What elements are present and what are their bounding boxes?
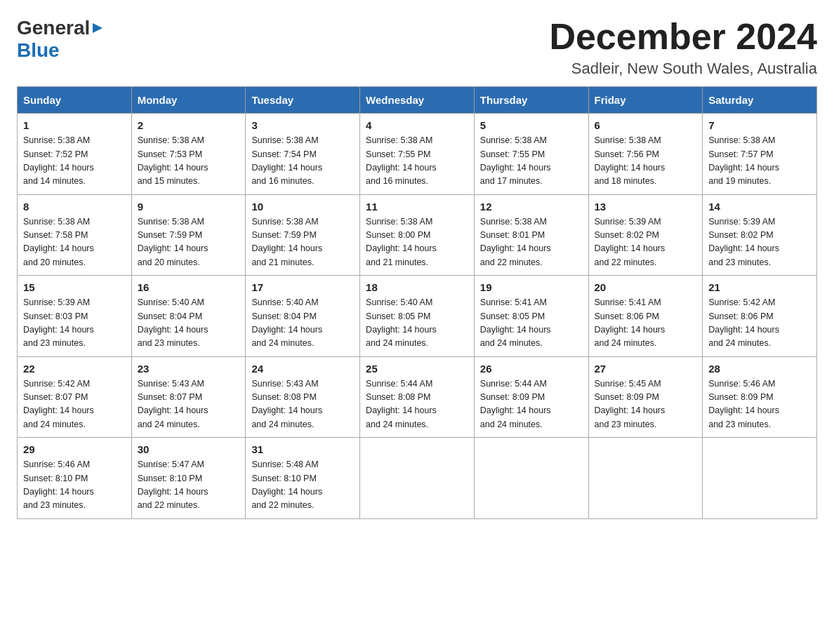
day-info: Sunrise: 5:44 AMSunset: 8:09 PMDaylight:… bbox=[480, 377, 583, 432]
day-number: 29 bbox=[23, 443, 126, 455]
day-number: 14 bbox=[708, 201, 811, 213]
day-number: 31 bbox=[251, 443, 354, 455]
day-number: 16 bbox=[138, 281, 240, 293]
day-number: 18 bbox=[366, 281, 468, 293]
day-number: 13 bbox=[595, 201, 697, 213]
calendar-cell: 20Sunrise: 5:41 AMSunset: 8:06 PMDayligh… bbox=[588, 276, 703, 357]
day-info: Sunrise: 5:45 AMSunset: 8:09 PMDaylight:… bbox=[595, 377, 697, 432]
day-info: Sunrise: 5:38 AMSunset: 7:56 PMDaylight:… bbox=[595, 134, 697, 189]
day-info: Sunrise: 5:38 AMSunset: 7:54 PMDaylight:… bbox=[251, 134, 354, 189]
calendar-cell: 15Sunrise: 5:39 AMSunset: 8:03 PMDayligh… bbox=[18, 276, 132, 357]
page-header: General Blue December 2024 Sadleir, New … bbox=[17, 17, 817, 78]
day-number: 19 bbox=[480, 281, 583, 293]
weekday-header-sunday: Sunday bbox=[18, 87, 132, 114]
calendar-cell: 23Sunrise: 5:43 AMSunset: 8:07 PMDayligh… bbox=[131, 356, 246, 438]
calendar-cell: 18Sunrise: 5:40 AMSunset: 8:05 PMDayligh… bbox=[360, 276, 475, 357]
day-info: Sunrise: 5:41 AMSunset: 8:06 PMDaylight:… bbox=[595, 296, 697, 351]
calendar-cell: 19Sunrise: 5:41 AMSunset: 8:05 PMDayligh… bbox=[474, 276, 588, 357]
calendar-cell bbox=[588, 438, 703, 519]
location-subtitle: Sadleir, New South Wales, Australia bbox=[549, 60, 817, 78]
day-number: 6 bbox=[595, 119, 697, 131]
svg-marker-0 bbox=[93, 23, 102, 33]
calendar-week-row: 29Sunrise: 5:46 AMSunset: 8:10 PMDayligh… bbox=[18, 438, 817, 519]
weekday-header-row: SundayMondayTuesdayWednesdayThursdayFrid… bbox=[18, 87, 817, 114]
day-info: Sunrise: 5:38 AMSunset: 7:57 PMDaylight:… bbox=[708, 134, 811, 189]
day-number: 25 bbox=[366, 363, 468, 375]
day-info: Sunrise: 5:38 AMSunset: 7:59 PMDaylight:… bbox=[251, 215, 354, 270]
day-info: Sunrise: 5:41 AMSunset: 8:05 PMDaylight:… bbox=[480, 296, 583, 351]
day-number: 2 bbox=[138, 119, 240, 131]
weekday-header-wednesday: Wednesday bbox=[360, 87, 475, 114]
logo-triangle-icon bbox=[91, 22, 104, 34]
day-info: Sunrise: 5:38 AMSunset: 7:59 PMDaylight:… bbox=[138, 215, 240, 270]
day-info: Sunrise: 5:38 AMSunset: 8:01 PMDaylight:… bbox=[480, 215, 583, 270]
day-number: 7 bbox=[708, 119, 811, 131]
calendar-cell: 8Sunrise: 5:38 AMSunset: 7:58 PMDaylight… bbox=[18, 194, 132, 276]
day-info: Sunrise: 5:38 AMSunset: 7:58 PMDaylight:… bbox=[23, 215, 126, 270]
day-info: Sunrise: 5:40 AMSunset: 8:04 PMDaylight:… bbox=[251, 296, 354, 351]
day-info: Sunrise: 5:39 AMSunset: 8:02 PMDaylight:… bbox=[708, 215, 811, 270]
day-info: Sunrise: 5:42 AMSunset: 8:07 PMDaylight:… bbox=[23, 377, 126, 432]
calendar-cell: 7Sunrise: 5:38 AMSunset: 7:57 PMDaylight… bbox=[703, 114, 817, 195]
calendar-cell: 30Sunrise: 5:47 AMSunset: 8:10 PMDayligh… bbox=[131, 438, 246, 519]
day-number: 23 bbox=[138, 363, 240, 375]
calendar-cell: 13Sunrise: 5:39 AMSunset: 8:02 PMDayligh… bbox=[588, 194, 703, 276]
day-number: 24 bbox=[251, 363, 354, 375]
day-number: 27 bbox=[595, 363, 697, 375]
day-number: 12 bbox=[480, 201, 583, 213]
calendar-cell: 14Sunrise: 5:39 AMSunset: 8:02 PMDayligh… bbox=[703, 194, 817, 276]
day-info: Sunrise: 5:42 AMSunset: 8:06 PMDaylight:… bbox=[708, 296, 811, 351]
calendar-cell: 22Sunrise: 5:42 AMSunset: 8:07 PMDayligh… bbox=[18, 356, 132, 438]
day-info: Sunrise: 5:38 AMSunset: 7:55 PMDaylight:… bbox=[366, 134, 468, 189]
calendar-week-row: 22Sunrise: 5:42 AMSunset: 8:07 PMDayligh… bbox=[18, 356, 817, 438]
day-info: Sunrise: 5:38 AMSunset: 7:53 PMDaylight:… bbox=[138, 134, 240, 189]
logo-blue-text: Blue bbox=[17, 39, 60, 61]
calendar-cell: 31Sunrise: 5:48 AMSunset: 8:10 PMDayligh… bbox=[246, 438, 360, 519]
day-number: 11 bbox=[366, 201, 468, 213]
day-number: 20 bbox=[595, 281, 697, 293]
day-info: Sunrise: 5:46 AMSunset: 8:09 PMDaylight:… bbox=[708, 377, 811, 432]
day-number: 5 bbox=[480, 119, 583, 131]
calendar-cell: 3Sunrise: 5:38 AMSunset: 7:54 PMDaylight… bbox=[246, 114, 360, 195]
day-number: 28 bbox=[708, 363, 811, 375]
calendar-cell: 11Sunrise: 5:38 AMSunset: 8:00 PMDayligh… bbox=[360, 194, 475, 276]
calendar-cell: 17Sunrise: 5:40 AMSunset: 8:04 PMDayligh… bbox=[246, 276, 360, 357]
weekday-header-saturday: Saturday bbox=[703, 87, 817, 114]
day-number: 4 bbox=[366, 119, 468, 131]
calendar-cell: 6Sunrise: 5:38 AMSunset: 7:56 PMDaylight… bbox=[588, 114, 703, 195]
day-number: 3 bbox=[251, 119, 354, 131]
calendar-cell: 21Sunrise: 5:42 AMSunset: 8:06 PMDayligh… bbox=[703, 276, 817, 357]
day-info: Sunrise: 5:47 AMSunset: 8:10 PMDaylight:… bbox=[138, 458, 240, 513]
day-number: 26 bbox=[480, 363, 583, 375]
day-number: 9 bbox=[138, 201, 240, 213]
weekday-header-friday: Friday bbox=[588, 87, 703, 114]
day-info: Sunrise: 5:38 AMSunset: 7:55 PMDaylight:… bbox=[480, 134, 583, 189]
month-title: December 2024 bbox=[549, 17, 817, 57]
calendar-cell: 9Sunrise: 5:38 AMSunset: 7:59 PMDaylight… bbox=[131, 194, 246, 276]
calendar-cell bbox=[360, 438, 475, 519]
calendar-cell: 28Sunrise: 5:46 AMSunset: 8:09 PMDayligh… bbox=[703, 356, 817, 438]
day-number: 15 bbox=[23, 281, 126, 293]
calendar-week-row: 1Sunrise: 5:38 AMSunset: 7:52 PMDaylight… bbox=[18, 114, 817, 195]
weekday-header-tuesday: Tuesday bbox=[246, 87, 360, 114]
day-number: 30 bbox=[138, 443, 240, 455]
day-number: 22 bbox=[23, 363, 126, 375]
calendar-cell: 26Sunrise: 5:44 AMSunset: 8:09 PMDayligh… bbox=[474, 356, 588, 438]
weekday-header-monday: Monday bbox=[131, 87, 246, 114]
calendar-cell: 29Sunrise: 5:46 AMSunset: 8:10 PMDayligh… bbox=[18, 438, 132, 519]
day-info: Sunrise: 5:38 AMSunset: 7:52 PMDaylight:… bbox=[23, 134, 126, 189]
calendar-cell: 10Sunrise: 5:38 AMSunset: 7:59 PMDayligh… bbox=[246, 194, 360, 276]
weekday-header-thursday: Thursday bbox=[474, 87, 588, 114]
calendar-cell: 25Sunrise: 5:44 AMSunset: 8:08 PMDayligh… bbox=[360, 356, 475, 438]
calendar-table: SundayMondayTuesdayWednesdayThursdayFrid… bbox=[17, 86, 817, 519]
calendar-cell: 27Sunrise: 5:45 AMSunset: 8:09 PMDayligh… bbox=[588, 356, 703, 438]
title-section: December 2024 Sadleir, New South Wales, … bbox=[549, 17, 817, 78]
day-info: Sunrise: 5:40 AMSunset: 8:05 PMDaylight:… bbox=[366, 296, 468, 351]
day-number: 17 bbox=[251, 281, 354, 293]
logo: General Blue bbox=[17, 17, 104, 62]
calendar-cell: 24Sunrise: 5:43 AMSunset: 8:08 PMDayligh… bbox=[246, 356, 360, 438]
day-info: Sunrise: 5:44 AMSunset: 8:08 PMDaylight:… bbox=[366, 377, 468, 432]
day-number: 8 bbox=[23, 201, 126, 213]
day-info: Sunrise: 5:40 AMSunset: 8:04 PMDaylight:… bbox=[138, 296, 240, 351]
day-info: Sunrise: 5:43 AMSunset: 8:07 PMDaylight:… bbox=[138, 377, 240, 432]
